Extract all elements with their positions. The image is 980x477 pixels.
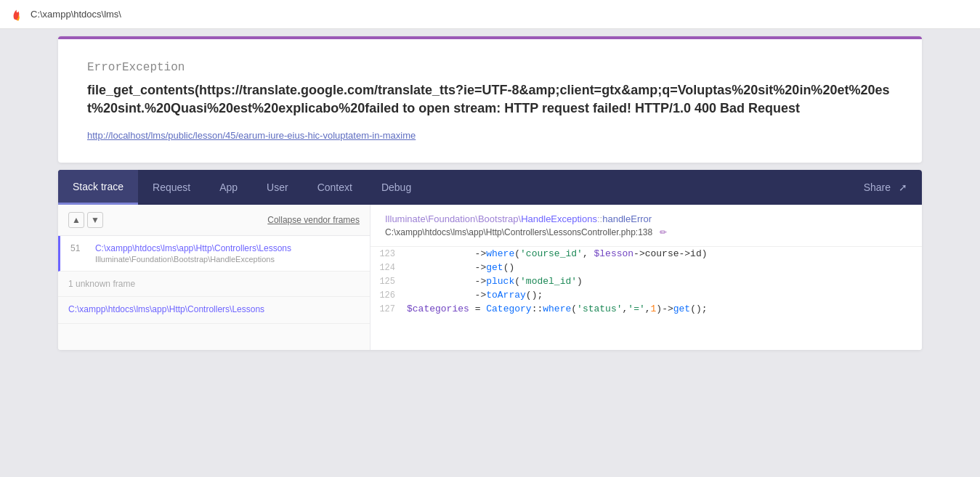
line-num-125: 125 [370,276,407,287]
tab-share[interactable]: Share ➚ [849,170,922,205]
code-file: C:\xampp\htdocs\lms\app\Http\Controllers… [385,227,907,237]
frame-item-bottom[interactable]: C:\xampp\htdocs\lms\app\Http\Controllers… [58,297,370,324]
tab-debug[interactable]: Debug [367,170,426,205]
frame-list-header: ▲ ▼ Collapse vendor frames [58,205,370,236]
frame-number: 51 [70,243,88,253]
error-message: file_get_contents(https://translate.goog… [87,81,893,118]
code-line-125: 125 ->pluck('model_id') [370,274,922,288]
line-num-126: 126 [370,290,407,301]
code-filepath: C:\xampp\htdocs\lms\app\Http\Controllers… [385,227,638,237]
frame-file-bottom: C:\xampp\htdocs\lms\app\Http\Controllers… [68,304,264,314]
tab-request[interactable]: Request [138,170,205,205]
code-line-127: 127 $categories = Category::where('statu… [370,302,922,316]
collapse-vendor-frames-btn[interactable]: Collapse vendor frames [267,215,360,225]
code-lines: 123 ->where('course_id', $lesson->course… [370,247,922,316]
error-card: ErrorException file_get_contents(https:/… [58,36,922,163]
frame-item[interactable]: 51 C:\xampp\htdocs\lms\app\Http\Controll… [58,236,370,272]
top-bar-path: C:\xampp\htdocs\lms\ [31,9,121,20]
edit-icon[interactable]: ✏ [660,227,667,237]
line-code-126: ->toArray(); [407,290,922,301]
code-line-124: 124 ->get() [370,261,922,274]
line-code-125: ->pluck('model_id') [407,276,922,287]
line-num-127: 127 [370,303,407,314]
line-num-123: 123 [370,248,407,259]
logo-icon [9,7,25,23]
frame-nav: ▲ ▼ [68,212,103,228]
tab-stack-trace[interactable]: Stack trace [58,170,138,205]
code-line-number: 138 [638,227,652,237]
tab-app[interactable]: App [205,170,252,205]
error-type: ErrorException [87,61,893,74]
frame-list: ▲ ▼ Collapse vendor frames 51 C:\xampp\h… [58,205,370,350]
tabs-bar: Stack trace Request App User Context Deb… [58,170,922,205]
frame-nav-up[interactable]: ▲ [68,212,84,228]
unknown-frame-item[interactable]: 1 unknown frame [58,272,370,297]
code-panel: Illuminate\Foundation\Bootstrap\HandleEx… [370,205,922,350]
line-code-127: $categories = Category::where('status','… [407,303,922,314]
stack-section: Stack trace Request App User Context Deb… [58,170,922,350]
tab-context[interactable]: Context [303,170,367,205]
share-icon: ➚ [899,182,907,193]
code-class: Illuminate\Foundation\Bootstrap\HandleEx… [385,213,907,224]
code-line-126: 126 ->toArray(); [370,288,922,302]
code-header: Illuminate\Foundation\Bootstrap\HandleEx… [370,205,922,247]
error-url[interactable]: http://localhost/lms/public/lesson/45/ea… [87,130,416,141]
frame-file: C:\xampp\htdocs\lms\app\Http\Controllers… [95,243,291,253]
frame-class: Illuminate\Foundation\Bootstrap\HandleEx… [95,255,291,264]
line-code-124: ->get() [407,262,922,273]
frame-details-bottom: C:\xampp\htdocs\lms\app\Http\Controllers… [68,304,264,314]
line-num-124: 124 [370,262,407,273]
code-line-123: 123 ->where('course_id', $lesson->course… [370,247,922,261]
frame-details: C:\xampp\htdocs\lms\app\Http\Controllers… [95,243,291,264]
top-bar: C:\xampp\htdocs\lms\ [0,0,980,29]
unknown-frame-label: 1 unknown frame [68,279,135,289]
frame-nav-down[interactable]: ▼ [87,212,103,228]
stack-content: ▲ ▼ Collapse vendor frames 51 C:\xampp\h… [58,205,922,350]
tab-user[interactable]: User [252,170,303,205]
line-code-123: ->where('course_id', $lesson->course->id… [407,248,922,259]
